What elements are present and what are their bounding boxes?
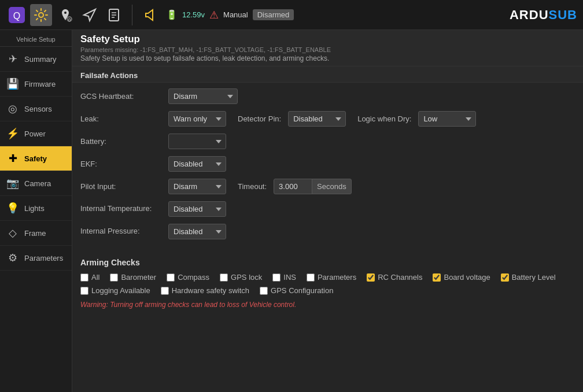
disarmed-badge: Disarmed	[253, 9, 294, 20]
check-board-voltage[interactable]: Board voltage	[433, 273, 490, 282]
internal-pressure-label: Internal Pressure:	[80, 226, 161, 236]
sidebar-item-sensors[interactable]: ◎ Sensors	[0, 97, 72, 121]
sidebar-label-frame: Frame	[24, 229, 46, 238]
nav-divider	[132, 5, 132, 25]
mode-display: Manual	[223, 10, 248, 19]
ekf-label: EKF:	[80, 160, 161, 168]
arming-checks-grid-2: Logging Available Hardware safety switch…	[80, 286, 575, 295]
check-barometer[interactable]: Barometer	[110, 273, 156, 282]
timeout-input[interactable]: 3.000	[274, 179, 314, 194]
warning-icon: ⚠	[209, 9, 219, 21]
pilot-input-label: Pilot Input:	[80, 182, 161, 191]
timeout-unit: Seconds	[312, 179, 352, 194]
sidebar-label-sensors: Sensors	[24, 105, 52, 113]
internal-pressure-row: Internal Pressure: Disabled Warn Only Di…	[80, 224, 575, 239]
check-gps-lock[interactable]: GPS lock	[220, 273, 262, 282]
document-icon[interactable]	[103, 4, 125, 26]
megaphone-icon[interactable]	[139, 4, 161, 26]
send-icon[interactable]	[79, 4, 101, 26]
check-logging-input[interactable]	[80, 287, 88, 295]
sidebar-label-firmware: Firmware	[24, 80, 56, 88]
check-parameters-input[interactable]	[307, 273, 315, 282]
ekf-select[interactable]: Disabled Warn Only Disarm	[168, 156, 226, 172]
failsafe-form: GCS Heartbeat: Disarm Disabled Warn Only…	[72, 83, 583, 252]
logic-when-dry-label: Logic when Dry:	[357, 114, 411, 123]
check-hardware-safety-label: Hardware safety switch	[172, 286, 249, 295]
check-all[interactable]: All	[80, 273, 99, 282]
check-logging[interactable]: Logging Available	[80, 286, 150, 295]
camera-icon: 📷	[6, 177, 20, 190]
check-gps-config[interactable]: GPS Configuration	[260, 286, 333, 295]
power-icon: ⚡	[6, 127, 20, 140]
svg-point-2	[39, 13, 43, 17]
sidebar-label-lights: Lights	[24, 204, 45, 213]
safety-icon: ✚	[6, 152, 20, 165]
arming-warning: Warning: Turning off arming checks can l…	[80, 301, 575, 309]
app-logo: ARDUSUB	[510, 8, 577, 23]
check-hardware-safety[interactable]: Hardware safety switch	[161, 286, 249, 295]
parameters-icon: ⚙	[6, 252, 20, 264]
check-parameters[interactable]: Parameters	[307, 273, 356, 282]
gcs-heartbeat-label: GCS Heartbeat:	[80, 92, 161, 101]
sidebar-item-summary[interactable]: ✈ Summary	[0, 47, 72, 72]
check-compass-label: Compass	[178, 273, 209, 282]
pilot-input-row: Pilot Input: Disarm Disabled Warn Only T…	[80, 179, 575, 194]
check-barometer-label: Barometer	[121, 273, 156, 282]
battery-select[interactable]: Disabled Warn Only Disarm	[168, 134, 226, 149]
logic-when-dry-select[interactable]: Low High	[418, 111, 476, 127]
arming-title: Arming Checks	[80, 258, 575, 267]
pilot-input-select[interactable]: Disarm Disabled Warn Only	[168, 179, 226, 194]
nav-icons: Q 0	[6, 4, 161, 26]
check-gps-config-input[interactable]	[260, 287, 268, 295]
check-compass[interactable]: Compass	[167, 273, 209, 282]
check-barometer-input[interactable]	[110, 273, 118, 282]
gcs-heartbeat-select[interactable]: Disarm Disabled Warn Only Always Disarm	[168, 88, 238, 104]
ekf-row: EKF: Disabled Warn Only Disarm	[80, 156, 575, 172]
page-description: Safety Setup is used to setup failsafe a…	[80, 54, 575, 62]
battery-icon: 🔋	[166, 9, 178, 20]
internal-temp-row: Internal Temperature: Disabled Warn Only…	[80, 201, 575, 217]
internal-temp-select[interactable]: Disabled Warn Only Disarm	[168, 201, 226, 217]
settings-icon[interactable]	[30, 4, 52, 26]
sidebar-item-frame[interactable]: ◇ Frame	[0, 221, 72, 246]
battery-row: Battery: Disabled Warn Only Disarm	[80, 134, 575, 149]
leak-select[interactable]: Warn only Disabled Disarm	[168, 111, 226, 127]
sidebar-item-lights[interactable]: 💡 Lights	[0, 196, 72, 221]
internal-pressure-select[interactable]: Disabled Warn Only Disarm	[168, 224, 226, 239]
check-compass-input[interactable]	[167, 273, 175, 282]
lights-icon: 💡	[6, 202, 20, 215]
arming-checks-grid: All Barometer Compass GPS lock INS	[80, 273, 575, 282]
check-board-voltage-input[interactable]	[433, 273, 441, 282]
sidebar-item-camera[interactable]: 📷 Camera	[0, 171, 72, 196]
sidebar-label-power: Power	[24, 130, 46, 138]
arming-checks-section: Arming Checks All Barometer Compass GPS …	[72, 252, 583, 315]
leak-row: Leak: Warn only Disabled Disarm Detector…	[80, 111, 575, 127]
check-hardware-safety-input[interactable]	[161, 287, 169, 295]
location-icon[interactable]: 0	[54, 4, 76, 26]
home-icon[interactable]: Q	[6, 4, 28, 26]
leak-label: Leak:	[80, 114, 161, 123]
sidebar-item-parameters[interactable]: ⚙ Parameters	[0, 246, 72, 271]
detector-pin-select[interactable]: Disabled Pin 1 Pin 2 Pin 3	[288, 111, 346, 127]
sidebar-item-safety[interactable]: ✚ Safety	[0, 146, 72, 171]
check-battery-level-input[interactable]	[501, 273, 509, 282]
check-gps-config-label: GPS Configuration	[271, 286, 333, 295]
check-board-voltage-label: Board voltage	[444, 273, 490, 282]
page-title: Safety Setup	[80, 34, 575, 45]
check-gps-lock-label: GPS lock	[231, 273, 262, 282]
check-ins[interactable]: INS	[272, 273, 296, 282]
check-rc-channels[interactable]: RC Channels	[367, 273, 422, 282]
sidebar-label-safety: Safety	[24, 154, 47, 163]
check-ins-input[interactable]	[272, 273, 281, 282]
page-header: Safety Setup Parameters missing: -1:FS_B…	[72, 30, 583, 66]
sidebar-item-power[interactable]: ⚡ Power	[0, 121, 72, 146]
sidebar-item-firmware[interactable]: 💾 Firmware	[0, 72, 72, 97]
failsafe-section-title: Failsafe Actions	[72, 66, 583, 83]
check-battery-level[interactable]: Battery Level	[501, 273, 556, 282]
check-all-input[interactable]	[80, 273, 88, 282]
voltage-display: 12.59v	[182, 10, 205, 19]
check-rc-channels-input[interactable]	[367, 273, 375, 282]
check-rc-channels-label: RC Channels	[378, 273, 422, 282]
check-gps-lock-input[interactable]	[220, 273, 228, 282]
svg-text:Q: Q	[13, 11, 20, 21]
